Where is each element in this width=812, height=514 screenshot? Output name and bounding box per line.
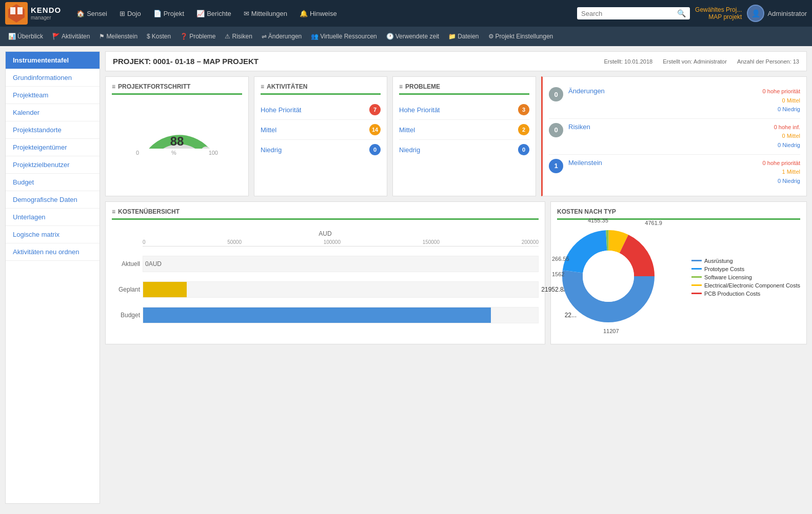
problem-label-0[interactable]: Hohe Priorität xyxy=(399,106,440,114)
subnav-probleme[interactable]: ❓ Probleme xyxy=(176,31,220,42)
stat-high-anderungen: 0 hohe priorität xyxy=(763,87,800,96)
bar-label-budget: Budget xyxy=(112,312,140,319)
bar-value-aktuell: 0AUD xyxy=(145,260,162,268)
dashboard-top: ≡ PROJEKTFORTSCHRITT 88 xyxy=(105,76,807,196)
card-projektfortschritt: ≡ PROJEKTFORTSCHRITT 88 xyxy=(105,76,249,196)
nav-dojo[interactable]: ⊞ Dojo xyxy=(114,7,146,20)
nav-hinweise[interactable]: 🔔 Hinweise xyxy=(294,7,342,20)
subnav-virtuelle[interactable]: 👥 Virtuelle Ressourcen xyxy=(307,31,381,42)
stat-circle-anderungen: 0 xyxy=(549,87,563,101)
legend-item-prototype: Prototype Costs xyxy=(691,266,800,272)
subnav-einstellungen[interactable]: ⚙ Projekt Einstellungen xyxy=(484,31,558,42)
card-probleme: ≡ PROBLEME Hohe Priorität 3 Mittel 2 Nie… xyxy=(392,76,536,196)
subnav-uberblick[interactable]: 📊 Überblick xyxy=(4,31,47,42)
sidebar-item-aktivitaten-ordnen[interactable]: Aktivitäten neu ordnen xyxy=(6,243,100,261)
nav-berichte[interactable]: 📈 Berichte xyxy=(191,7,236,20)
bar-row-aktuell: Aktuell 0AUD xyxy=(143,256,539,272)
subnav-aktivitaten[interactable]: 🚩 Aktivitäten xyxy=(48,31,94,42)
project-selector[interactable]: Gewähltes Proj... MAP projekt xyxy=(695,6,742,20)
stat-label-risiken[interactable]: Risiken xyxy=(568,123,769,131)
sidebar: Instrumententafel Grundinformationen Pro… xyxy=(5,51,100,504)
activity-label-0[interactable]: Hohe Priorität xyxy=(261,106,301,114)
bar-chart: 0 50000 100000 150000 200000 Aktuell 0AU… xyxy=(112,239,539,323)
nav-sensei[interactable]: 🏠 Sensei xyxy=(71,7,112,20)
bar-fill-geplant xyxy=(143,282,187,297)
stat-row-meilenstein: 1 Meilenstein 0 hohe priorität 1 Mittel … xyxy=(549,155,800,190)
stat-low-anderungen: 0 Niedrig xyxy=(763,105,800,114)
bar-fill-budget xyxy=(143,307,491,323)
sidebar-item-projektteam[interactable]: Projektteam xyxy=(6,87,100,104)
bar-track-geplant: 21952.8AUD xyxy=(143,281,539,298)
activity-row-1: Mittel 14 xyxy=(261,120,381,140)
stat-low-meilenstein: 0 Niedrig xyxy=(763,177,800,186)
nav-projekt[interactable]: 📄 Projekt xyxy=(148,7,189,20)
stat-high-risiken: 0 hohe inf. xyxy=(774,123,800,132)
sidebar-item-kalender[interactable]: Kalender xyxy=(6,104,100,121)
subnav-zeit[interactable]: 🕐 Verwendete zeit xyxy=(382,31,443,42)
search-icon: 🔍 xyxy=(677,9,686,17)
activity-badge-1: 14 xyxy=(369,124,381,135)
activity-row-0: Hohe Priorität 7 xyxy=(261,100,381,120)
legend-dot-software xyxy=(691,276,702,278)
activity-label-1[interactable]: Mittel xyxy=(261,126,276,134)
sidebar-item-unterlagen[interactable]: Unterlagen xyxy=(6,209,100,226)
card-title-fortschritt: ≡ PROJEKTFORTSCHRITT xyxy=(112,83,242,95)
stat-label-anderungen[interactable]: Änderungen xyxy=(568,87,758,95)
axis-4: 200000 xyxy=(522,239,539,245)
logo[interactable]: KENDO manager xyxy=(5,2,61,25)
stat-row-anderungen: 0 Änderungen 0 hohe priorität 0 Mittel 0… xyxy=(549,83,800,119)
project-created-by: Erstellt von: Administrator xyxy=(663,58,727,65)
donut-legend: Ausrüstung Prototype Costs Software Lice… xyxy=(691,258,800,297)
nav-mitteilungen[interactable]: ✉ Mitteilungen xyxy=(239,7,292,20)
fortschritt-title-icon: ≡ xyxy=(112,83,115,90)
subnav-meilenstein[interactable]: ⚑ Meilenstein xyxy=(95,31,142,42)
stat-details-risiken: 0 hohe inf. 0 Mittel 0 Niedrig xyxy=(774,123,800,150)
stat-low-risiken: 0 Niedrig xyxy=(774,141,800,150)
avatar[interactable]: 👤 xyxy=(747,5,764,22)
search-input[interactable] xyxy=(581,10,677,17)
svg-rect-3 xyxy=(17,7,23,14)
problem-label-2[interactable]: Niedrig xyxy=(399,146,420,154)
problem-row-2: Niedrig 0 xyxy=(399,140,529,159)
axis-0: 0 xyxy=(143,239,146,245)
legend-item-software: Software Licensing xyxy=(691,274,800,280)
sidebar-item-projektzielbenutzer[interactable]: Projektzielbenutzer xyxy=(6,156,100,174)
bar-row-budget: Budget 22... xyxy=(143,307,539,323)
subnav-kosten[interactable]: $ Kosten xyxy=(143,31,175,42)
main-wrapper: Instrumententafel Grundinformationen Pro… xyxy=(0,46,812,509)
svg-rect-2 xyxy=(10,7,15,14)
donut-label-1562: 1562 xyxy=(552,271,564,277)
project-selector-line1: Gewähltes Proj... xyxy=(695,6,742,13)
donut-label-4155: 4155.35 xyxy=(588,217,608,223)
axis-1: 50000 xyxy=(227,239,242,245)
legend-label-software: Software Licensing xyxy=(704,274,752,280)
legend-label-pcb: PCB Production Costs xyxy=(704,291,760,297)
stat-details-anderungen: 0 hohe priorität 0 Mittel 0 Niedrig xyxy=(763,87,800,114)
subnav-risiken[interactable]: ⚠ Risiken xyxy=(221,31,256,42)
sidebar-item-demografische[interactable]: Demografische Daten xyxy=(6,191,100,209)
problem-label-1[interactable]: Mittel xyxy=(399,126,415,134)
search-box[interactable]: 🔍 xyxy=(577,7,690,19)
sidebar-item-instrumententafel[interactable]: Instrumententafel xyxy=(6,52,100,69)
stat-label-meilenstein[interactable]: Meilenstein xyxy=(568,159,758,167)
sidebar-item-grundinformationen[interactable]: Grundinformationen xyxy=(6,69,100,87)
sidebar-item-projektstandorte[interactable]: Projektstandorte xyxy=(6,121,100,139)
subnav-dateien[interactable]: 📁 Dateien xyxy=(444,31,483,42)
stats-card: 0 Änderungen 0 hohe priorität 0 Mittel 0… xyxy=(541,76,807,196)
legend-label-prototype: Prototype Costs xyxy=(704,266,744,272)
problem-row-0: Hohe Priorität 3 xyxy=(399,100,529,120)
problem-badge-1: 2 xyxy=(518,124,529,135)
gauge-min: 0 xyxy=(136,150,139,156)
subnav-anderungen[interactable]: ⇌ Änderungen xyxy=(258,31,306,42)
sidebar-item-budget[interactable]: Budget xyxy=(6,174,100,191)
stat-mid-meilenstein: 1 Mittel xyxy=(763,168,800,177)
username: Administrator xyxy=(767,10,807,17)
project-created: Erstellt: 10.01.2018 xyxy=(604,58,652,65)
legend-label-ausrustung: Ausrüstung xyxy=(704,258,733,264)
sidebar-item-logische-matrix[interactable]: Logische matrix xyxy=(6,226,100,243)
kosten-icon: ≡ xyxy=(112,208,115,215)
activity-label-2[interactable]: Niedrig xyxy=(261,146,282,154)
dashboard-bottom: ≡ KOSTENÜBERSICHT AUD 0 50000 100000 150… xyxy=(105,201,807,344)
sidebar-item-projekteigentumer[interactable]: Projekteigentümer xyxy=(6,139,100,156)
axis-3: 150000 xyxy=(423,239,440,245)
